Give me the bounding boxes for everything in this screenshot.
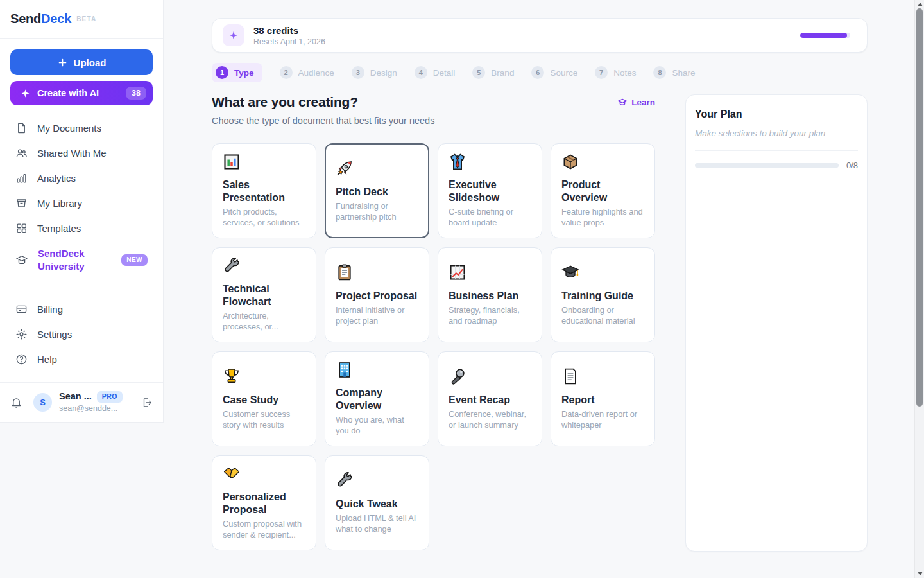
package-icon (561, 153, 644, 171)
necktie-icon (449, 153, 531, 171)
logout-icon[interactable] (141, 397, 153, 408)
card-report[interactable]: Report Data-driven report or whitepaper (551, 351, 655, 446)
sidebar-item-label: Templates (37, 223, 81, 234)
sparkle-icon (21, 89, 30, 98)
sidebar-item-shared-with-me[interactable]: Shared With Me (8, 141, 155, 166)
help-icon (15, 353, 28, 365)
step-notes[interactable]: 7 Notes (595, 66, 636, 79)
sidebar-item-my-documents[interactable]: My Documents (8, 116, 155, 141)
graduation-cap-icon (617, 97, 628, 107)
card-description: Who you are, what you do (336, 415, 418, 437)
card-event-recap[interactable]: Event Recap Conference, webinar, or laun… (438, 351, 542, 446)
beta-badge: BETA (76, 15, 96, 22)
credits-progress-bar (800, 33, 850, 38)
clipboard-icon (336, 263, 418, 282)
card-project-proposal[interactable]: Project Proposal Internal initiative or … (325, 247, 429, 342)
learn-link[interactable]: Learn (617, 97, 655, 107)
sidebar-item-senddeck-university[interactable]: SendDeck University NEW (8, 241, 155, 279)
step-label: Brand (491, 68, 514, 78)
upload-label: Upload (74, 57, 107, 68)
plan-divider (695, 150, 858, 151)
learn-label: Learn (631, 98, 655, 107)
card-title: Product Overview (561, 179, 644, 204)
sidebar-divider (10, 285, 153, 285)
sidebar-item-settings[interactable]: Settings (8, 322, 155, 347)
step-brand[interactable]: 5 Brand (472, 66, 514, 79)
ai-credits-badge: 38 (126, 87, 146, 100)
card-business-plan[interactable]: Business Plan Strategy, financials, and … (438, 247, 542, 342)
logo-primary: Send (10, 12, 41, 26)
credits-count: 38 credits (253, 25, 325, 36)
card-sales-presentation[interactable]: Sales Presentation Pitch products, servi… (212, 143, 316, 238)
card-product-overview[interactable]: Product Overview Feature highlights and … (551, 143, 655, 238)
sidebar-item-label: My Documents (37, 123, 101, 134)
wizard-stepper: 1 Type 2 Audience 3 Design 4 Detail 5 Br… (212, 66, 868, 79)
page-icon (561, 367, 644, 386)
sidebar-item-analytics[interactable]: Analytics (8, 166, 155, 191)
rocket-icon (336, 159, 418, 178)
card-executive-slideshow[interactable]: Executive Slideshow C-suite briefing or … (438, 143, 542, 238)
wrench-icon (336, 471, 418, 490)
step-type[interactable]: 1 Type (212, 63, 262, 82)
card-personalized-proposal[interactable]: Personalized Proposal Custom proposal wi… (212, 455, 316, 550)
avatar[interactable]: S (33, 393, 52, 412)
card-description: Internal initiative or project plan (336, 305, 418, 327)
card-company-overview[interactable]: Company Overview Who you are, what you d… (325, 351, 429, 446)
document-type-grid: Sales Presentation Pitch products, servi… (212, 143, 655, 550)
app-logo[interactable]: SendDeck (10, 12, 71, 26)
card-description: Customer success story with results (223, 409, 305, 431)
step-design[interactable]: 3 Design (352, 66, 397, 79)
card-training-guide[interactable]: Training Guide Onboarding or educational… (551, 247, 655, 342)
step-number: 5 (472, 66, 485, 79)
card-title: Case Study (223, 394, 305, 407)
scroll-down-arrow-icon[interactable] (918, 572, 923, 575)
create-with-ai-button[interactable]: Create with AI 38 (10, 81, 153, 105)
step-detail[interactable]: 4 Detail (415, 66, 456, 79)
card-title: Project Proposal (336, 290, 418, 302)
step-label: Source (550, 68, 578, 78)
sidebar-item-templates[interactable]: Templates (8, 216, 155, 241)
step-number: 7 (595, 66, 608, 79)
user-section: S Sean ... PRO sean@sendde... (0, 382, 163, 422)
vertical-scrollbar[interactable] (914, 0, 924, 578)
people-icon (15, 147, 28, 159)
step-audience[interactable]: 2 Audience (280, 66, 334, 79)
plus-icon (57, 57, 68, 68)
graduation-cap-icon (15, 254, 28, 267)
scroll-up-arrow-icon[interactable] (918, 3, 923, 6)
wrench-icon (223, 257, 305, 275)
step-source[interactable]: 6 Source (531, 66, 578, 79)
upload-button[interactable]: Upload (10, 49, 153, 75)
page-subtitle: Choose the type of document that best fi… (212, 116, 655, 126)
card-title: Pitch Deck (336, 186, 418, 198)
step-number: 4 (415, 66, 427, 79)
card-quick-tweak[interactable]: Quick Tweak Upload HTML & tell AI what t… (325, 455, 429, 550)
card-technical-flowchart[interactable]: Technical Flowchart Architecture, proces… (212, 247, 316, 342)
card-description: Fundraising or partnership pitch (336, 201, 418, 223)
card-pitch-deck[interactable]: Pitch Deck Fundraising or partnership pi… (325, 143, 429, 238)
gear-icon (15, 328, 28, 340)
sidebar-item-billing[interactable]: Billing (8, 297, 155, 322)
new-badge: NEW (121, 254, 148, 266)
sidebar-item-my-library[interactable]: My Library (8, 191, 155, 216)
step-number: 6 (531, 66, 544, 79)
library-box-icon (15, 197, 28, 209)
card-title: Quick Tweak (336, 498, 418, 511)
user-email: sean@sendde... (59, 403, 123, 414)
scrollbar-thumb[interactable] (916, 8, 923, 407)
sidebar-item-label: SendDeck University (38, 247, 101, 273)
document-icon (15, 122, 28, 134)
step-share[interactable]: 8 Share (653, 66, 695, 79)
plan-progress-bar (695, 163, 839, 168)
logo-row: SendDeck BETA (0, 0, 163, 39)
step-label: Share (672, 68, 695, 78)
credits-bar: 38 credits Resets April 1, 2026 (212, 18, 868, 53)
card-case-study[interactable]: Case Study Customer success story with r… (212, 351, 316, 446)
bar-chart-frame-icon (223, 153, 305, 171)
bell-icon[interactable] (10, 396, 22, 408)
user-info[interactable]: Sean ... PRO sean@sendde... (59, 390, 123, 414)
sidebar-item-label: Shared With Me (37, 148, 107, 159)
sidebar-item-help[interactable]: Help (8, 347, 155, 372)
sidebar-item-label: Analytics (37, 173, 76, 184)
card-description: Strategy, financials, and roadmap (449, 305, 531, 327)
